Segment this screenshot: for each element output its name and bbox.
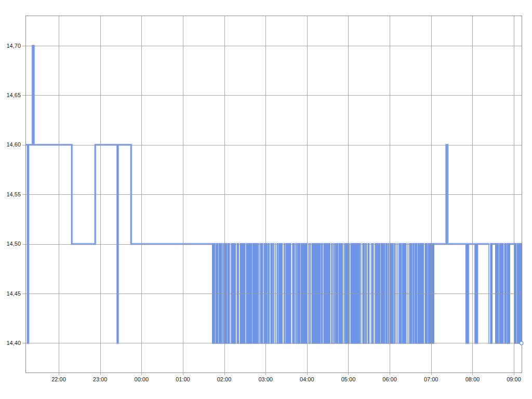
x-axis-tick-label: 01:00 <box>176 376 190 382</box>
x-axis-tick-label: 09:00 <box>507 376 521 382</box>
price-step-chart: 14,7014,6514,6014,5514,5014,4514,4022:00… <box>0 0 532 399</box>
y-axis-tick-label: 14,55 <box>6 191 21 197</box>
x-axis-tick-label: 04:00 <box>300 376 314 382</box>
y-axis-tick-label: 14,50 <box>6 241 21 247</box>
x-axis-tick-label: 23:00 <box>93 376 108 382</box>
x-axis-tick-label: 22:00 <box>51 376 66 382</box>
series-end-marker <box>520 341 523 345</box>
x-axis-tick-label: 05:00 <box>341 376 356 382</box>
chart-window: 14,7014,6514,6014,5514,5014,4514,4022:00… <box>0 0 532 399</box>
y-axis-tick-label: 14,40 <box>6 340 21 346</box>
y-axis-tick-label: 14,65 <box>6 92 21 98</box>
x-axis-tick-label: 08:00 <box>466 376 480 382</box>
y-axis-tick-label: 14,70 <box>6 43 21 49</box>
y-axis-tick-label: 14,60 <box>6 141 21 148</box>
x-axis-tick-label: 02:00 <box>217 376 232 382</box>
x-axis-tick-label: 00:00 <box>135 376 149 382</box>
x-axis-tick-label: 06:00 <box>382 376 397 382</box>
x-axis-tick-label: 03:00 <box>258 376 273 382</box>
y-axis-tick-label: 14,45 <box>6 290 21 297</box>
x-axis-tick-label: 07:00 <box>424 376 438 382</box>
